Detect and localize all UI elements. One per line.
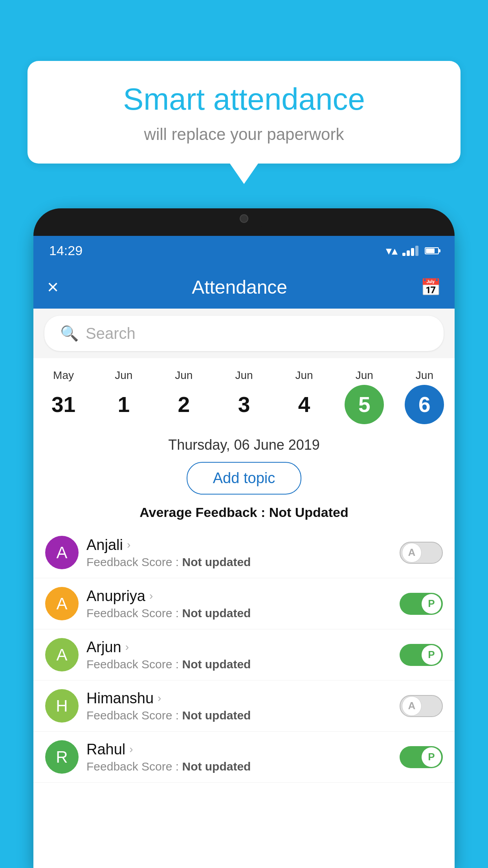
attendance-toggle-0[interactable]: A xyxy=(400,542,443,564)
chevron-right-icon: › xyxy=(129,743,133,756)
date-col-4[interactable]: Jun4 xyxy=(274,365,334,428)
battery-icon xyxy=(425,247,439,254)
search-bar[interactable]: 🔍 Search xyxy=(44,316,444,351)
date-month-0: May xyxy=(53,369,74,382)
chevron-right-icon: › xyxy=(158,692,161,704)
status-time: 14:29 xyxy=(49,243,83,258)
chevron-right-icon: › xyxy=(149,590,153,602)
signal-icon xyxy=(402,246,418,256)
date-day-2: 2 xyxy=(164,385,204,424)
avg-feedback-label: Average Feedback : xyxy=(139,505,265,520)
toggle-knob-3: A xyxy=(402,696,422,716)
status-bar: 14:29 ▾▴ xyxy=(33,236,455,265)
add-topic-container: Add topic xyxy=(33,458,455,501)
attendance-toggle-2[interactable]: P xyxy=(400,644,443,666)
date-col-1[interactable]: Jun1 xyxy=(94,365,154,428)
date-col-3[interactable]: Jun3 xyxy=(214,365,274,428)
date-month-2: Jun xyxy=(175,369,193,382)
date-col-6[interactable]: Jun6 xyxy=(394,365,455,428)
student-feedback-4: Feedback Score : Not updated xyxy=(86,760,392,773)
date-col-2[interactable]: Jun2 xyxy=(154,365,214,428)
student-name-2: Arjun › xyxy=(86,639,392,656)
toggle-container-0[interactable]: A xyxy=(400,542,443,564)
phone-notch-area xyxy=(33,208,455,236)
date-strip: May31Jun1Jun2Jun3Jun4Jun5Jun6 xyxy=(33,358,455,428)
student-avatar-2: A xyxy=(45,638,79,671)
phone-screen: 14:29 ▾▴ × Attendance 📅 xyxy=(33,236,455,868)
screen-content: 🔍 Search May31Jun1Jun2Jun3Jun4Jun5Jun6 T… xyxy=(33,309,455,868)
student-info-1: Anupriya ›Feedback Score : Not updated xyxy=(86,588,392,620)
student-feedback-1: Feedback Score : Not updated xyxy=(86,607,392,620)
phone-notch xyxy=(218,208,270,228)
chevron-right-icon: › xyxy=(127,539,130,551)
avg-feedback-value: Not Updated xyxy=(269,505,349,520)
student-avatar-1: A xyxy=(45,587,79,620)
date-col-5[interactable]: Jun5 xyxy=(334,365,394,428)
date-day-5: 5 xyxy=(345,385,384,424)
bubble-subtitle: will replace your paperwork xyxy=(51,125,437,144)
toggle-knob-0: A xyxy=(402,543,422,563)
toggle-knob-2: P xyxy=(422,645,441,665)
attendance-toggle-3[interactable]: A xyxy=(400,695,443,717)
toggle-container-1[interactable]: P xyxy=(400,593,443,615)
phone-camera xyxy=(240,214,248,223)
student-feedback-3: Feedback Score : Not updated xyxy=(86,709,392,722)
student-item-2[interactable]: AArjun ›Feedback Score : Not updatedP xyxy=(33,629,455,680)
attendance-toggle-1[interactable]: P xyxy=(400,593,443,615)
student-item-1[interactable]: AAnupriya ›Feedback Score : Not updatedP xyxy=(33,578,455,629)
date-month-6: Jun xyxy=(416,369,433,382)
date-month-5: Jun xyxy=(356,369,373,382)
student-item-3[interactable]: HHimanshu ›Feedback Score : Not updatedA xyxy=(33,680,455,732)
student-info-3: Himanshu ›Feedback Score : Not updated xyxy=(86,690,392,722)
student-info-2: Arjun ›Feedback Score : Not updated xyxy=(86,639,392,671)
student-avatar-4: R xyxy=(45,740,79,774)
add-topic-button[interactable]: Add topic xyxy=(187,462,301,495)
student-name-1: Anupriya › xyxy=(86,588,392,605)
speech-bubble: Smart attendance will replace your paper… xyxy=(28,61,460,164)
search-placeholder: Search xyxy=(86,325,136,342)
selected-date-label: Thursday, 06 June 2019 xyxy=(33,428,455,458)
student-info-0: Anjali ›Feedback Score : Not updated xyxy=(86,537,392,569)
date-day-1: 1 xyxy=(104,385,143,424)
status-icons: ▾▴ xyxy=(386,244,439,257)
student-info-4: Rahul ›Feedback Score : Not updated xyxy=(86,741,392,773)
student-name-0: Anjali › xyxy=(86,537,392,554)
app-title: Attendance xyxy=(192,276,287,298)
chevron-right-icon: › xyxy=(125,641,129,653)
search-icon: 🔍 xyxy=(60,325,79,342)
toggle-knob-1: P xyxy=(422,594,441,614)
date-day-6: 6 xyxy=(405,385,444,424)
toggle-knob-4: P xyxy=(422,747,441,767)
date-month-1: Jun xyxy=(115,369,132,382)
student-name-3: Himanshu › xyxy=(86,690,392,707)
bubble-title: Smart attendance xyxy=(51,83,437,116)
phone-frame: 14:29 ▾▴ × Attendance 📅 xyxy=(33,208,455,868)
student-avatar-3: H xyxy=(45,689,79,723)
search-bar-container: 🔍 Search xyxy=(33,309,455,358)
close-button[interactable]: × xyxy=(47,276,59,298)
calendar-icon[interactable]: 📅 xyxy=(420,278,441,297)
date-day-3: 3 xyxy=(224,385,264,424)
date-col-0[interactable]: May31 xyxy=(33,365,94,428)
date-month-3: Jun xyxy=(235,369,253,382)
date-day-0: 31 xyxy=(44,385,83,424)
attendance-toggle-4[interactable]: P xyxy=(400,746,443,768)
student-list: AAnjali ›Feedback Score : Not updatedAAA… xyxy=(33,527,455,783)
student-feedback-2: Feedback Score : Not updated xyxy=(86,658,392,671)
toggle-container-2[interactable]: P xyxy=(400,644,443,666)
app-header: × Attendance 📅 xyxy=(33,265,455,309)
student-feedback-0: Feedback Score : Not updated xyxy=(86,555,392,569)
wifi-icon: ▾▴ xyxy=(386,244,398,257)
student-item-4[interactable]: RRahul ›Feedback Score : Not updatedP xyxy=(33,732,455,783)
toggle-container-4[interactable]: P xyxy=(400,746,443,768)
toggle-container-3[interactable]: A xyxy=(400,695,443,717)
date-day-4: 4 xyxy=(284,385,324,424)
avg-feedback: Average Feedback : Not Updated xyxy=(33,501,455,527)
student-name-4: Rahul › xyxy=(86,741,392,758)
student-item-0[interactable]: AAnjali ›Feedback Score : Not updatedA xyxy=(33,527,455,578)
date-month-4: Jun xyxy=(295,369,313,382)
student-avatar-0: A xyxy=(45,536,79,569)
